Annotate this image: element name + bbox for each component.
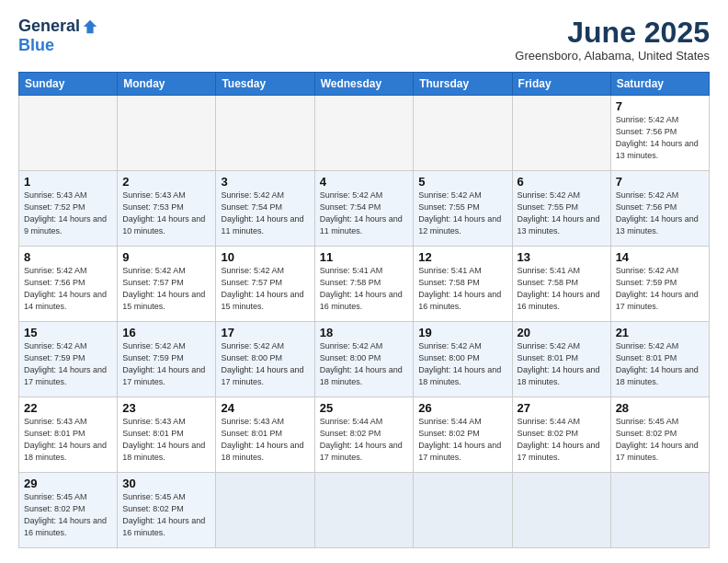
col-monday: Monday xyxy=(118,73,216,96)
calendar-cell xyxy=(314,96,414,171)
day-number: 30 xyxy=(122,477,210,490)
col-saturday: Saturday xyxy=(610,73,709,96)
day-info: Sunrise: 5:41 AMSunset: 7:58 PMDaylight:… xyxy=(518,265,606,313)
calendar-cell: 7Sunrise: 5:42 AMSunset: 7:56 PMDaylight… xyxy=(610,171,709,247)
day-number: 3 xyxy=(221,175,309,189)
day-number: 6 xyxy=(518,175,606,189)
calendar-cell: 3Sunrise: 5:42 AMSunset: 7:54 PMDaylight… xyxy=(216,171,314,247)
day-number: 2 xyxy=(122,175,210,189)
day-info: Sunrise: 5:45 AMSunset: 8:02 PMDaylight:… xyxy=(616,416,704,464)
day-info: Sunrise: 5:42 AMSunset: 7:59 PMDaylight:… xyxy=(24,340,112,388)
calendar-cell: 21Sunrise: 5:42 AMSunset: 8:01 PMDayligh… xyxy=(610,322,709,397)
day-info: Sunrise: 5:44 AMSunset: 8:02 PMDaylight:… xyxy=(518,416,606,464)
day-info: Sunrise: 5:42 AMSunset: 7:55 PMDaylight:… xyxy=(518,190,606,237)
calendar-cell xyxy=(216,473,314,548)
day-number: 8 xyxy=(24,250,112,264)
calendar-cell: 13Sunrise: 5:41 AMSunset: 7:58 PMDayligh… xyxy=(512,247,610,322)
calendar-cell xyxy=(414,473,512,548)
calendar-cell: 2Sunrise: 5:43 AMSunset: 7:53 PMDaylight… xyxy=(118,171,216,247)
day-number: 15 xyxy=(24,326,112,339)
day-number: 18 xyxy=(320,326,409,339)
calendar-cell xyxy=(512,473,610,548)
day-info: Sunrise: 5:42 AMSunset: 7:54 PMDaylight:… xyxy=(221,190,309,237)
calendar-cell: 26Sunrise: 5:44 AMSunset: 8:02 PMDayligh… xyxy=(414,397,512,473)
day-number: 12 xyxy=(418,250,506,264)
calendar-cell: 6Sunrise: 5:42 AMSunset: 7:55 PMDaylight… xyxy=(512,171,610,247)
day-info: Sunrise: 5:42 AMSunset: 7:57 PMDaylight:… xyxy=(122,265,210,313)
day-number: 27 xyxy=(518,401,606,415)
day-number: 25 xyxy=(320,401,409,415)
calendar-cell xyxy=(118,96,216,171)
day-info: Sunrise: 5:42 AMSunset: 7:56 PMDaylight:… xyxy=(616,190,704,237)
page: General Blue June 2025 Greensboro, Alaba… xyxy=(0,0,728,563)
day-info: Sunrise: 5:42 AMSunset: 8:01 PMDaylight:… xyxy=(518,340,606,388)
logo: General Blue xyxy=(18,17,98,55)
logo-icon xyxy=(82,18,98,35)
calendar-cell xyxy=(512,96,610,171)
day-info: Sunrise: 5:43 AMSunset: 8:01 PMDaylight:… xyxy=(221,416,309,464)
col-tuesday: Tuesday xyxy=(216,73,314,96)
day-info: Sunrise: 5:42 AMSunset: 8:01 PMDaylight:… xyxy=(616,340,704,388)
day-number: 28 xyxy=(616,401,704,415)
col-sunday: Sunday xyxy=(19,73,118,96)
col-wednesday: Wednesday xyxy=(314,73,414,96)
day-number: 10 xyxy=(221,250,309,264)
header: General Blue June 2025 Greensboro, Alaba… xyxy=(18,17,710,63)
calendar-cell xyxy=(414,96,512,171)
calendar-cell: 30Sunrise: 5:45 AMSunset: 8:02 PMDayligh… xyxy=(118,473,216,548)
day-info: Sunrise: 5:45 AMSunset: 8:02 PMDaylight:… xyxy=(122,491,210,539)
day-info: Sunrise: 5:42 AMSunset: 7:54 PMDaylight:… xyxy=(320,190,409,237)
calendar-cell: 14Sunrise: 5:42 AMSunset: 7:59 PMDayligh… xyxy=(610,247,709,322)
month-title: June 2025 xyxy=(515,17,710,49)
day-info: Sunrise: 5:42 AMSunset: 7:57 PMDaylight:… xyxy=(221,265,309,313)
location: Greensboro, Alabama, United States xyxy=(515,49,710,63)
calendar-cell: 23Sunrise: 5:43 AMSunset: 8:01 PMDayligh… xyxy=(118,397,216,473)
calendar-cell: 18Sunrise: 5:42 AMSunset: 8:00 PMDayligh… xyxy=(314,322,414,397)
calendar-cell: 25Sunrise: 5:44 AMSunset: 8:02 PMDayligh… xyxy=(314,397,414,473)
calendar-cell: 17Sunrise: 5:42 AMSunset: 8:00 PMDayligh… xyxy=(216,322,314,397)
calendar-cell: 7Sunrise: 5:42 AMSunset: 7:56 PMDaylight… xyxy=(610,96,709,171)
col-thursday: Thursday xyxy=(414,73,512,96)
day-number: 21 xyxy=(616,326,704,339)
day-info: Sunrise: 5:42 AMSunset: 7:56 PMDaylight:… xyxy=(616,114,704,162)
calendar-cell xyxy=(610,473,709,548)
day-number: 20 xyxy=(518,326,606,339)
calendar-cell: 19Sunrise: 5:42 AMSunset: 8:00 PMDayligh… xyxy=(414,322,512,397)
calendar-cell: 9Sunrise: 5:42 AMSunset: 7:57 PMDaylight… xyxy=(118,247,216,322)
calendar-cell xyxy=(216,96,314,171)
calendar-cell: 27Sunrise: 5:44 AMSunset: 8:02 PMDayligh… xyxy=(512,397,610,473)
calendar-cell: 22Sunrise: 5:43 AMSunset: 8:01 PMDayligh… xyxy=(19,397,118,473)
day-info: Sunrise: 5:44 AMSunset: 8:02 PMDaylight:… xyxy=(418,416,506,464)
calendar-cell: 29Sunrise: 5:45 AMSunset: 8:02 PMDayligh… xyxy=(19,473,118,548)
day-info: Sunrise: 5:41 AMSunset: 7:58 PMDaylight:… xyxy=(418,265,506,313)
calendar-cell xyxy=(19,96,118,171)
day-info: Sunrise: 5:43 AMSunset: 7:53 PMDaylight:… xyxy=(122,190,210,237)
day-number: 22 xyxy=(24,401,112,415)
day-number: 1 xyxy=(24,175,112,189)
day-info: Sunrise: 5:42 AMSunset: 8:00 PMDaylight:… xyxy=(320,340,409,388)
calendar-cell: 10Sunrise: 5:42 AMSunset: 7:57 PMDayligh… xyxy=(216,247,314,322)
day-info: Sunrise: 5:45 AMSunset: 8:02 PMDaylight:… xyxy=(24,491,112,539)
col-friday: Friday xyxy=(512,73,610,96)
day-number: 29 xyxy=(24,477,112,490)
day-number: 16 xyxy=(122,326,210,339)
calendar-cell: 12Sunrise: 5:41 AMSunset: 7:58 PMDayligh… xyxy=(414,247,512,322)
day-info: Sunrise: 5:42 AMSunset: 7:55 PMDaylight:… xyxy=(418,190,506,237)
day-number: 7 xyxy=(616,175,704,189)
calendar-cell: 24Sunrise: 5:43 AMSunset: 8:01 PMDayligh… xyxy=(216,397,314,473)
day-number: 7 xyxy=(616,99,704,113)
calendar-cell: 11Sunrise: 5:41 AMSunset: 7:58 PMDayligh… xyxy=(314,247,414,322)
calendar-table: Sunday Monday Tuesday Wednesday Thursday… xyxy=(18,72,710,548)
day-info: Sunrise: 5:43 AMSunset: 7:52 PMDaylight:… xyxy=(24,190,112,237)
calendar-cell xyxy=(314,473,414,548)
day-info: Sunrise: 5:41 AMSunset: 7:58 PMDaylight:… xyxy=(320,265,409,313)
day-number: 24 xyxy=(221,401,309,415)
day-info: Sunrise: 5:42 AMSunset: 7:56 PMDaylight:… xyxy=(24,265,112,313)
calendar-cell: 4Sunrise: 5:42 AMSunset: 7:54 PMDaylight… xyxy=(314,171,414,247)
svg-marker-0 xyxy=(84,19,97,32)
day-info: Sunrise: 5:43 AMSunset: 8:01 PMDaylight:… xyxy=(24,416,112,464)
calendar-cell: 5Sunrise: 5:42 AMSunset: 7:55 PMDaylight… xyxy=(414,171,512,247)
day-number: 23 xyxy=(122,401,210,415)
day-number: 5 xyxy=(418,175,506,189)
day-info: Sunrise: 5:44 AMSunset: 8:02 PMDaylight:… xyxy=(320,416,409,464)
